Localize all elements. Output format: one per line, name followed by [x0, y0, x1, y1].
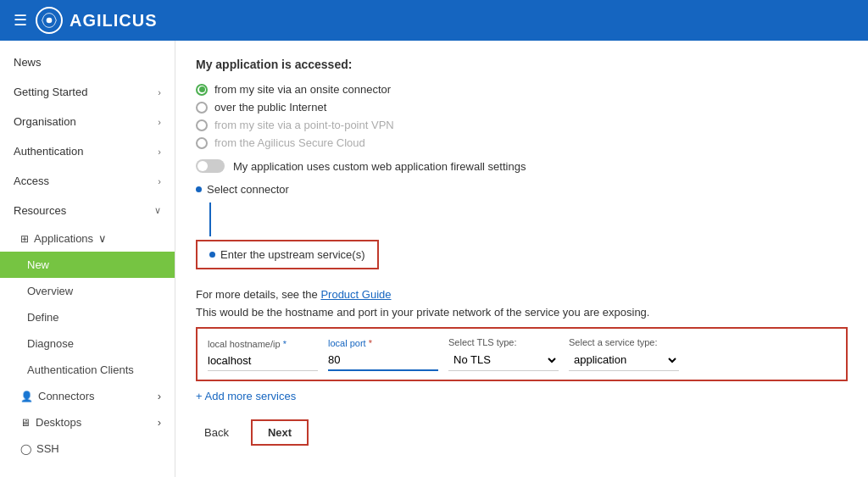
step-upstream-services: Enter the upstream service(s) [196, 240, 379, 269]
back-button[interactable]: Back [196, 421, 237, 444]
port-label: local port * [328, 338, 438, 348]
step-label: Select connector [207, 183, 289, 196]
radio-option-vpn: from my site via a point-to-point VPN [196, 119, 848, 131]
step-divider [209, 202, 211, 236]
sidebar-item-label: Overview [27, 285, 73, 297]
service-select[interactable]: application web ssh rdp [569, 349, 679, 371]
radio-onsite-label: from my site via an onsite connector [214, 83, 391, 96]
body-layout: News Getting Started › Organisation › Au… [0, 41, 868, 477]
radio-option-internet[interactable]: over the public Internet [196, 101, 848, 114]
form-row: local hostname/ip local port * Select TL… [196, 327, 848, 381]
toggle-label: My application uses custom web applicati… [233, 160, 526, 173]
sidebar-item-auth-clients[interactable]: Authentication Clients [0, 357, 175, 383]
svg-point-0 [47, 18, 53, 24]
sidebar-item-label: Resources [14, 204, 66, 217]
toggle-row: My application uses custom web applicati… [196, 159, 848, 173]
chevron-right-icon: › [158, 176, 161, 186]
add-services-link[interactable]: + Add more services [196, 390, 296, 402]
sidebar-item-label: Organisation [14, 115, 76, 128]
sidebar-item-resources[interactable]: Resources ∨ [0, 196, 175, 225]
description-text: This would be the hostname and port in y… [196, 306, 848, 319]
sidebar-item-authentication[interactable]: Authentication › [0, 136, 175, 166]
logo-circle [36, 7, 63, 34]
hostname-label: local hostname/ip [208, 339, 318, 349]
tls-field: Select TLS type: No TLS TLS mTLS [448, 337, 559, 371]
sidebar-item-new[interactable]: New [0, 252, 175, 278]
service-label: Select a service type: [569, 337, 679, 347]
chevron-right-icon: › [158, 147, 161, 157]
menu-icon[interactable]: ☰ [14, 11, 27, 30]
next-button[interactable]: Next [251, 419, 309, 446]
sidebar-item-organisation[interactable]: Organisation › [0, 107, 175, 136]
chevron-right-icon: › [158, 416, 161, 429]
tls-label: Select TLS type: [448, 337, 559, 347]
sidebar-item-label: Diagnose [27, 337, 74, 350]
sidebar-item-label: Access [14, 175, 49, 187]
access-title: My application is accessed: [196, 58, 848, 71]
desktop-icon: 🖥 [20, 417, 31, 429]
main-content: My application is accessed: from my site… [175, 41, 868, 477]
header: ☰ AGILICUS [0, 0, 868, 41]
sidebar-item-define[interactable]: Define [0, 304, 175, 330]
radio-cloud-label: from the Agilicus Secure Cloud [214, 136, 365, 149]
hostname-field: local hostname/ip [208, 339, 318, 371]
waf-toggle[interactable] [196, 159, 225, 173]
chevron-down-icon: ∨ [154, 205, 161, 216]
ssh-icon: ◯ [20, 443, 31, 455]
logo: AGILICUS [36, 7, 158, 34]
chevron-right-icon: › [158, 87, 161, 97]
sidebar-item-label: News [14, 56, 42, 69]
sidebar-item-connectors[interactable]: 👤 Connectors › [0, 383, 175, 409]
step-label: Enter the upstream service(s) [220, 248, 365, 261]
person-icon: 👤 [20, 391, 33, 402]
radio-onsite[interactable] [196, 84, 208, 96]
radio-internet[interactable] [196, 102, 208, 114]
chevron-down-icon: ∨ [98, 232, 107, 245]
step-dot-icon [209, 252, 215, 258]
sidebar-item-applications[interactable]: ⊞ Applications ∨ [0, 225, 175, 252]
radio-option-cloud: from the Agilicus Secure Cloud [196, 136, 848, 149]
tls-select[interactable]: No TLS TLS mTLS [448, 349, 559, 371]
bottom-actions: Back Next [196, 419, 848, 446]
hostname-input[interactable] [208, 351, 318, 371]
chevron-right-icon: › [158, 390, 161, 402]
sidebar-item-label: Connectors [38, 390, 94, 402]
port-field: local port * [328, 338, 438, 371]
sidebar-item-label: SSH [36, 442, 59, 455]
step-select-connector: Select connector [196, 183, 848, 196]
sidebar-item-ssh[interactable]: ◯ SSH [0, 435, 175, 462]
port-input[interactable] [328, 350, 438, 371]
product-guide-link[interactable]: Product Guide [320, 288, 391, 301]
radio-internet-label: over the public Internet [214, 101, 326, 114]
step-list: Select connector Enter the upstream serv… [196, 183, 848, 281]
radio-vpn-label: from my site via a point-to-point VPN [214, 119, 394, 131]
sidebar-item-label: New [27, 258, 49, 271]
brand-name: AGILICUS [70, 11, 158, 31]
sidebar-item-getting-started[interactable]: Getting Started › [0, 77, 175, 107]
sidebar-item-diagnose[interactable]: Diagnose [0, 330, 175, 357]
step-dot-icon [196, 186, 202, 192]
sidebar-item-desktops[interactable]: 🖥 Desktops › [0, 409, 175, 435]
radio-option-onsite[interactable]: from my site via an onsite connector [196, 83, 848, 96]
radio-group: from my site via an onsite connector ove… [196, 83, 848, 149]
sidebar-item-news[interactable]: News [0, 47, 175, 77]
sidebar-item-label: Define [27, 311, 59, 324]
sidebar-item-label: Applications [34, 232, 93, 245]
sidebar-item-label: Desktops [36, 416, 81, 429]
sidebar-item-label: Getting Started [14, 86, 87, 98]
sidebar-item-label: Authentication Clients [27, 363, 134, 376]
radio-vpn [196, 119, 208, 131]
grid-icon: ⊞ [20, 233, 29, 245]
info-text: For more details, see the Product Guide [196, 288, 848, 301]
service-field: Select a service type: application web s… [569, 337, 679, 371]
chevron-right-icon: › [158, 117, 161, 127]
sidebar-item-access[interactable]: Access › [0, 166, 175, 196]
radio-cloud [196, 137, 208, 149]
sidebar-item-overview[interactable]: Overview [0, 278, 175, 304]
sidebar: News Getting Started › Organisation › Au… [0, 41, 175, 477]
sidebar-item-label: Authentication [14, 145, 83, 158]
